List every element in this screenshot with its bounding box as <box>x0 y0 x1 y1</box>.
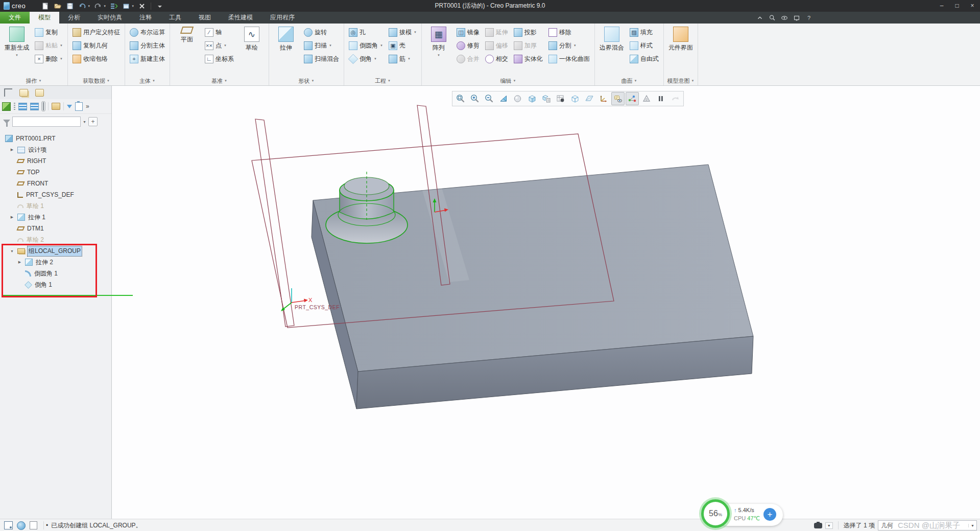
switch-window-icon[interactable] <box>793 14 801 22</box>
graphics-area[interactable]: X PRT_CSYS_DEF 56% ↑ 5.4K/s CPU 47℃ + <box>111 86 980 519</box>
tab-分析[interactable]: 分析 <box>59 12 89 24</box>
tree-item-FRONT[interactable]: FRONT <box>0 178 111 189</box>
元件界面-button[interactable]: 元件界面 <box>666 25 695 76</box>
group-dropdown-icon[interactable]: ▼ <box>388 79 391 82</box>
用户定义特征-button[interactable]: 用户定义特征 <box>70 26 122 39</box>
移除-button[interactable]: 移除 <box>546 26 592 39</box>
坐标系-button[interactable]: ∟坐标系 <box>203 52 236 65</box>
tree-item-TOP[interactable]: TOP <box>0 167 111 178</box>
草绘-button[interactable]: ∿草绘 <box>237 25 266 76</box>
window-icon[interactable]: ▼ <box>121 1 135 11</box>
selection-filter-combo[interactable]: 几何 CSDN @山涧果子 ▼ <box>878 520 977 530</box>
tab-视图[interactable]: 视图 <box>190 12 220 24</box>
tab-注释[interactable]: 注释 <box>131 12 160 24</box>
tab-模型[interactable]: 模型 <box>30 12 59 24</box>
扫描-button[interactable]: 扫描▼ <box>302 39 341 52</box>
expand-arrow-icon[interactable]: ▼ <box>9 249 15 253</box>
search-tool-dropdown[interactable]: ▼ <box>825 522 833 529</box>
group-dropdown-icon[interactable]: ▼ <box>513 79 516 82</box>
轴-button[interactable]: ∕轴 <box>203 26 236 39</box>
dropdown-arrow-icon[interactable]: ▼ <box>329 44 332 47</box>
save-icon[interactable] <box>64 1 76 11</box>
dropdown-arrow-icon[interactable]: ▼ <box>60 44 63 47</box>
render-style-icon[interactable] <box>511 92 524 105</box>
group-dropdown-icon[interactable]: ▼ <box>224 79 227 82</box>
dropdown-arrow-icon[interactable]: ▼ <box>224 44 227 47</box>
gauge-add-button[interactable]: + <box>763 508 776 521</box>
group-label-形状[interactable]: 形状▼ <box>272 76 341 85</box>
dropdown-arrow-icon[interactable]: ▼ <box>131 5 134 8</box>
tree-item-拉伸 1[interactable]: ▶拉伸 1 <box>0 212 111 223</box>
group-label-模型意图[interactable]: 模型意图▼ <box>666 76 695 85</box>
new-file-icon[interactable] <box>40 1 51 11</box>
镜像-button[interactable]: ◫镜像 <box>455 26 482 39</box>
favorites-folder-icon[interactable] <box>35 89 44 97</box>
分割-button[interactable]: 分割▼ <box>546 39 592 52</box>
repaint-icon[interactable] <box>497 92 510 105</box>
倒圆角-button[interactable]: 倒圆角▼ <box>347 39 385 52</box>
group-dropdown-icon[interactable]: ▼ <box>311 79 314 82</box>
tree-item-倒圆角 1[interactable]: 倒圆角 1 <box>0 268 111 279</box>
dropdown-arrow-icon[interactable]: ▼ <box>408 57 411 60</box>
扫描混合-button[interactable]: 扫描混合 <box>302 52 341 65</box>
tree-item-DTM1[interactable]: DTM1 <box>0 223 111 234</box>
dropdown-arrow-icon[interactable]: ▼ <box>380 44 383 47</box>
dropdown-arrow-icon[interactable]: ▼ <box>437 54 440 57</box>
拉伸-button[interactable]: 拉伸 <box>272 25 300 76</box>
display-style-icon[interactable] <box>525 92 539 105</box>
filter-dropdown-icon[interactable]: ▼ <box>968 524 976 527</box>
open-file-icon[interactable] <box>52 1 63 11</box>
binoculars-icon[interactable] <box>814 523 822 528</box>
collapse-arrow-icon[interactable]: ▶ <box>16 260 23 264</box>
tree-item-倒角 1[interactable]: 倒角 1 <box>0 279 111 290</box>
布尔运算-button[interactable]: 布尔运算 <box>128 26 167 39</box>
tree-item-设计项[interactable]: ▶设计项 <box>0 144 111 155</box>
group-label-编辑[interactable]: 编辑▼ <box>424 76 592 85</box>
close-button[interactable]: × <box>965 0 980 12</box>
倒角-button[interactable]: 倒角▼ <box>347 52 385 65</box>
粘贴-button[interactable]: 粘贴▼ <box>33 39 65 52</box>
dropdown-arrow-icon[interactable]: ▼ <box>414 31 417 34</box>
search-icon[interactable] <box>768 14 776 22</box>
样式-button[interactable]: 样式 <box>628 39 661 52</box>
旋转-button[interactable]: 旋转 <box>302 26 341 39</box>
group-dropdown-icon[interactable]: ▼ <box>691 79 694 82</box>
dropdown-arrow-icon[interactable]: ▼ <box>103 5 106 8</box>
延伸-button[interactable]: 延伸 <box>483 26 510 39</box>
named-views-icon[interactable] <box>540 92 553 105</box>
tab-应用程序[interactable]: 应用程序 <box>261 12 303 24</box>
tab-文件[interactable]: 文件 <box>0 12 30 24</box>
收缩包络-button[interactable]: 收缩包络 <box>70 52 122 65</box>
eye-icon[interactable] <box>780 14 788 22</box>
筋-button[interactable]: 筋▼ <box>387 52 419 65</box>
相交-button[interactable]: 相交 <box>483 52 510 65</box>
group-dropdown-icon[interactable]: ▼ <box>152 79 155 82</box>
tab-实时仿真[interactable]: 实时仿真 <box>89 12 131 24</box>
layer-stack-icon[interactable] <box>19 89 28 97</box>
more-tools-icon[interactable]: » <box>86 103 89 110</box>
spin-center-icon[interactable] <box>626 92 639 105</box>
view-manager-icon[interactable] <box>554 92 567 105</box>
undo-icon[interactable]: ▼ <box>77 1 91 11</box>
dropdown-arrow-icon[interactable]: ▼ <box>15 54 18 57</box>
自由式-button[interactable]: 自由式 <box>628 52 661 65</box>
dropdown-arrow-icon[interactable]: ▼ <box>374 57 377 60</box>
加厚-button[interactable]: 加厚 <box>512 39 545 52</box>
group-dropdown-icon[interactable]: ▼ <box>107 79 110 82</box>
group-label-获取数据[interactable]: 获取数据▼ <box>70 76 122 85</box>
group-label-操作[interactable]: 操作▼ <box>3 76 65 85</box>
previous-icon[interactable] <box>668 92 682 105</box>
阵列-button[interactable]: ▦阵列▼ <box>424 25 453 76</box>
group-label-主体[interactable]: 主体▼ <box>128 76 167 85</box>
minimize-button[interactable]: – <box>934 0 949 12</box>
拔模-button[interactable]: 拔模▼ <box>387 26 419 39</box>
blank-page-icon[interactable] <box>30 521 37 529</box>
平面-button[interactable]: 平面 <box>173 25 201 76</box>
复制几何-button[interactable]: 复制几何 <box>70 39 122 52</box>
collapse-arrow-icon[interactable]: ▶ <box>9 215 15 219</box>
help-icon[interactable]: ? <box>805 14 813 22</box>
tree-item-草绘 2[interactable]: 草绘 2 <box>0 234 111 245</box>
collapse-arrow-icon[interactable]: ▶ <box>9 148 15 152</box>
投影-button[interactable]: 投影 <box>512 26 545 39</box>
tree-filter-icon[interactable] <box>67 105 72 108</box>
